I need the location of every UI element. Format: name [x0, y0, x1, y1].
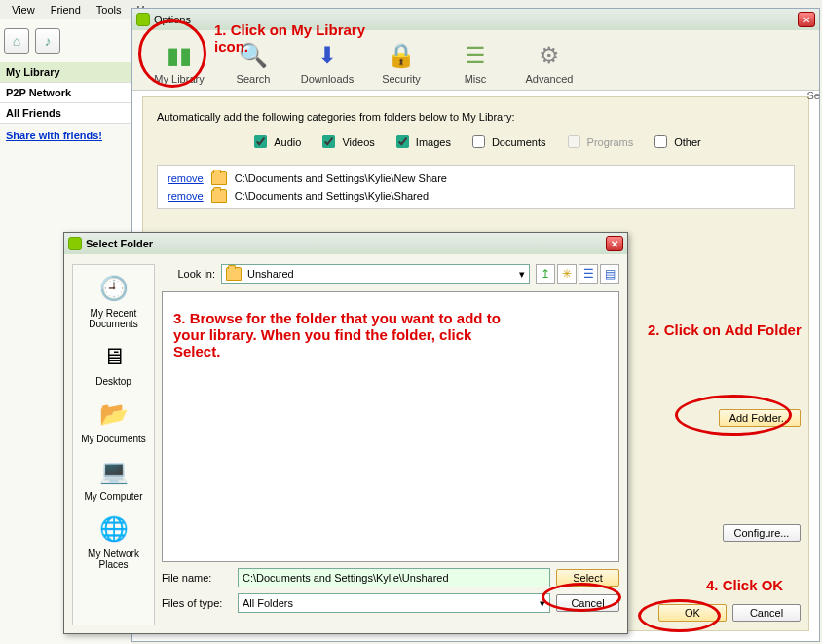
folder-row: remove C:\Documents and Settings\Kylie\N… — [162, 170, 790, 187]
menu-tools[interactable]: Tools — [89, 2, 130, 18]
new-folder-icon[interactable]: ✳ — [557, 264, 577, 284]
sliders-icon: ☰ — [460, 40, 491, 71]
search-icon: 🔍 — [238, 40, 269, 71]
menu-view[interactable]: View — [4, 2, 43, 18]
chk-audio[interactable]: Audio — [250, 133, 301, 151]
file-name-label: File name: — [162, 572, 232, 584]
tab-mylibrary[interactable]: ▮▮ My Library — [142, 36, 216, 85]
close-icon[interactable]: ✕ — [798, 12, 815, 27]
options-toolbar: ▮▮ My Library 🔍 Search ⬇ Downloads 🔒 Sec… — [132, 30, 819, 91]
dialog-main: Look in: Unshared ▾ ↥ ✳ ☰ ▤ File name: S… — [162, 260, 619, 625]
remove-link[interactable]: remove — [168, 172, 204, 184]
sidebar-item-p2p[interactable]: P2P Network — [0, 83, 131, 103]
app-icon — [68, 237, 82, 250]
dialog-titlebar: Select Folder ✕ — [64, 233, 627, 254]
dialog-title-text: Select Folder — [86, 238, 153, 249]
select-folder-dialog: Select Folder ✕ 🕘 My Recent Documents 🖥 … — [63, 232, 628, 634]
download-icon: ⬇ — [312, 40, 343, 71]
share-link[interactable]: Share with friends! — [0, 124, 131, 147]
network-icon: 🌐 — [96, 511, 131, 547]
add-folder-button[interactable]: Add Folder... — [719, 409, 801, 427]
auto-add-text: Automatically add the following categori… — [157, 111, 795, 123]
folder-path: C:\Documents and Settings\Kylie\Shared — [235, 190, 429, 202]
tab-misc-label: Misc — [438, 73, 512, 85]
place-mydocs[interactable]: 📂 My Documents — [73, 397, 154, 444]
files-type-label: Files of type: — [162, 597, 232, 609]
app-icon — [136, 13, 150, 26]
tab-search-label: Search — [216, 73, 290, 85]
place-desktop[interactable]: 🖥 Desktop — [73, 339, 154, 387]
folder-row: remove C:\Documents and Settings\Kylie\S… — [162, 187, 790, 205]
music-icon[interactable]: ♪ — [35, 28, 60, 54]
sidebar-item-friends[interactable]: All Friends — [0, 103, 131, 124]
gear-icon: ⚙ — [534, 40, 565, 71]
chk-documents[interactable]: Documents — [468, 133, 546, 151]
folder-icon — [211, 171, 227, 185]
right-cutoff-label: Se — [807, 90, 820, 101]
up-icon[interactable]: ↥ — [536, 264, 555, 284]
ok-button[interactable]: OK — [658, 604, 727, 622]
places-bar: 🕘 My Recent Documents 🖥 Desktop 📂 My Doc… — [72, 264, 155, 625]
remove-link[interactable]: remove — [168, 190, 204, 202]
desktop-icon: 🖥 — [96, 339, 131, 374]
configure-button[interactable]: Configure... — [723, 524, 801, 542]
chk-other[interactable]: Other — [651, 133, 701, 151]
chk-videos[interactable]: Videos — [318, 133, 374, 151]
folder-icon — [226, 267, 242, 281]
options-title: Options — [154, 14, 191, 25]
folder-list: remove C:\Documents and Settings\Kylie\N… — [157, 165, 795, 209]
tab-misc[interactable]: ☰ Misc — [438, 36, 512, 85]
look-in-select[interactable]: Unshared ▾ — [221, 264, 530, 284]
tab-mylibrary-label: My Library — [142, 73, 216, 85]
documents-icon: 📂 — [96, 397, 131, 432]
tab-advanced[interactable]: ⚙ Advanced — [512, 36, 586, 85]
chk-images[interactable]: Images — [392, 133, 451, 151]
tab-downloads[interactable]: ⬇ Downloads — [290, 36, 364, 85]
tab-downloads-label: Downloads — [290, 73, 364, 85]
folder-path: C:\Documents and Settings\Kylie\New Shar… — [235, 172, 447, 184]
menu-friend[interactable]: Friend — [43, 2, 89, 18]
folder-icon — [211, 189, 227, 203]
cancel-button[interactable]: Cancel — [732, 604, 801, 622]
book-icon: ▮▮ — [164, 40, 195, 71]
tab-search[interactable]: 🔍 Search — [216, 36, 290, 85]
close-icon[interactable]: ✕ — [606, 236, 623, 251]
file-list-area[interactable] — [162, 291, 619, 562]
options-titlebar: Options ✕ — [132, 9, 819, 30]
tab-advanced-label: Advanced — [512, 73, 586, 85]
sidebar-item-mylibrary[interactable]: My Library — [0, 62, 131, 83]
file-name-input[interactable] — [238, 568, 550, 587]
computer-icon: 💻 — [96, 454, 131, 489]
tab-security[interactable]: 🔒 Security — [364, 36, 438, 85]
lock-icon: 🔒 — [386, 40, 417, 71]
dialog-cancel-button[interactable]: Cancel — [556, 594, 619, 612]
place-mycomputer[interactable]: 💻 My Computer — [73, 454, 154, 502]
home-icon[interactable]: ⌂ — [4, 28, 29, 54]
files-type-select[interactable]: All Folders▾ — [238, 593, 550, 613]
view-details-icon[interactable]: ▤ — [600, 264, 619, 284]
view-list-icon[interactable]: ☰ — [579, 264, 598, 284]
look-in-label: Look in: — [162, 268, 215, 280]
tab-security-label: Security — [364, 73, 438, 85]
select-button[interactable]: Select — [556, 569, 619, 587]
place-recent[interactable]: 🕘 My Recent Documents — [73, 271, 154, 329]
place-network[interactable]: 🌐 My Network Places — [73, 511, 154, 570]
chk-programs: Programs — [564, 133, 634, 151]
recent-icon: 🕘 — [96, 271, 131, 306]
